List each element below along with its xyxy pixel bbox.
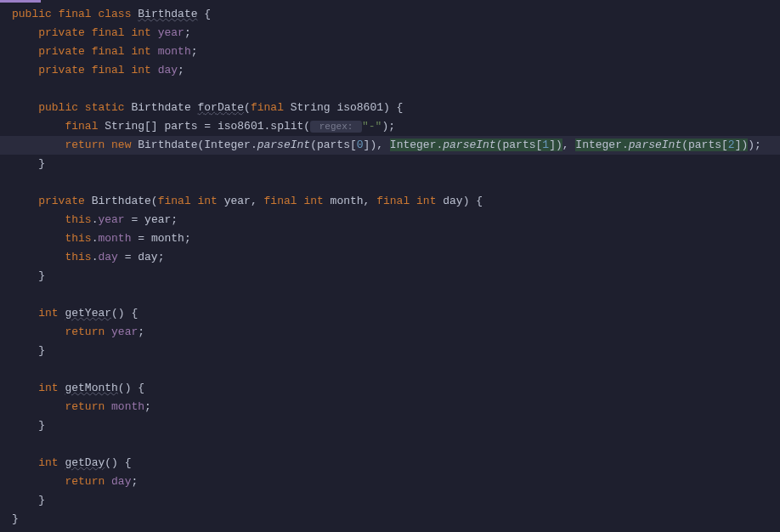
- var: parts: [688, 139, 721, 151]
- param: day: [138, 251, 157, 263]
- param-hint: regex:: [310, 121, 362, 133]
- code-line[interactable]: public final class Birthdate {: [12, 5, 780, 24]
- keyword: final: [92, 26, 125, 39]
- punct: (: [244, 101, 251, 114]
- code-line[interactable]: }: [12, 510, 780, 529]
- punct: );: [382, 120, 395, 133]
- punct: {: [198, 8, 212, 20]
- class-name: Birthdate: [138, 8, 197, 20]
- keyword: return: [65, 475, 105, 488]
- param: year: [224, 195, 251, 207]
- punct: =: [131, 232, 150, 245]
- code-line[interactable]: this.day = day;: [12, 248, 780, 267]
- code-line[interactable]: int getYear() {: [12, 304, 780, 323]
- code-line[interactable]: }: [12, 155, 780, 173]
- code-line[interactable]: this.month = month;: [12, 229, 780, 248]
- code-line[interactable]: return year;: [12, 323, 780, 342]
- code-line[interactable]: private Birthdate(final int year, final …: [12, 192, 780, 211]
- code-line[interactable]: }: [12, 267, 780, 286]
- punct: ;: [184, 26, 191, 39]
- keyword: private: [38, 195, 85, 207]
- param: day: [443, 195, 462, 207]
- keyword: new: [111, 139, 131, 151]
- punct: ;: [184, 232, 191, 245]
- punct: (: [151, 195, 158, 207]
- punct: () {: [111, 307, 138, 320]
- var: parts: [502, 139, 535, 151]
- method-name: getYear: [65, 307, 111, 320]
- static-method: parseInt: [257, 139, 310, 151]
- code-line[interactable]: }: [12, 491, 780, 510]
- method-name: getDay: [65, 456, 105, 469]
- field: year: [111, 325, 138, 338]
- code-editor[interactable]: public final class Birthdate { private f…: [0, 0, 780, 529]
- punct: ): [556, 139, 562, 151]
- punct: =: [125, 213, 144, 226]
- keyword: public: [38, 101, 78, 114]
- keyword: private: [38, 45, 85, 58]
- code-line[interactable]: [12, 80, 780, 99]
- keyword: final: [158, 195, 191, 207]
- code-line-highlighted[interactable]: return new Birthdate(Integer.parseInt(pa…: [12, 136, 780, 155]
- static-method: parseInt: [443, 139, 495, 151]
- type: String[]: [105, 120, 157, 133]
- code-line[interactable]: private final int day;: [12, 61, 780, 80]
- code-line[interactable]: int getDay() {: [12, 454, 780, 473]
- type: int: [131, 64, 150, 76]
- keyword: public: [12, 8, 52, 20]
- brace: }: [38, 419, 45, 432]
- punct: .: [251, 139, 257, 151]
- field: month: [111, 400, 144, 413]
- code-line[interactable]: }: [12, 342, 780, 360]
- punct: ,: [251, 195, 264, 207]
- variable: parts: [164, 120, 197, 133]
- type: int: [198, 195, 218, 207]
- code-line[interactable]: private final int year;: [12, 24, 780, 42]
- punct: );: [748, 139, 761, 151]
- number: 1: [542, 139, 549, 151]
- punct: () {: [118, 382, 144, 394]
- code-line[interactable]: final String[] parts = iso8601.split( re…: [12, 117, 780, 136]
- code-line[interactable]: [12, 286, 780, 304]
- number: 0: [357, 139, 364, 151]
- field: month: [158, 45, 191, 58]
- field: year: [158, 26, 184, 39]
- code-line[interactable]: }: [12, 416, 780, 435]
- field: month: [98, 232, 131, 245]
- code-line[interactable]: this.year = year;: [12, 211, 780, 229]
- punct: ,: [364, 195, 377, 207]
- this-keyword: this: [65, 251, 91, 263]
- punct: ;: [138, 325, 144, 338]
- code-line[interactable]: [12, 435, 780, 454]
- code-line[interactable]: [12, 173, 780, 192]
- brace: }: [38, 269, 45, 282]
- keyword: private: [38, 64, 85, 76]
- code-line[interactable]: return month;: [12, 398, 780, 416]
- code-line[interactable]: int getMonth() {: [12, 379, 780, 398]
- keyword: final: [92, 45, 125, 58]
- param: iso8601: [336, 101, 383, 114]
- code-line[interactable]: [12, 360, 780, 379]
- field: year: [98, 213, 124, 226]
- method-name: forDate: [198, 101, 245, 114]
- keyword: static: [85, 101, 125, 114]
- type: int: [131, 45, 150, 58]
- punct: ;: [191, 45, 198, 58]
- code-line[interactable]: public static Birthdate forDate(final St…: [12, 99, 780, 117]
- keyword: final: [92, 64, 125, 76]
- param: month: [151, 232, 184, 245]
- brace: }: [38, 157, 45, 170]
- type: int: [38, 307, 58, 320]
- code-line[interactable]: return day;: [12, 473, 780, 491]
- param: month: [331, 195, 364, 207]
- keyword: return: [65, 325, 105, 338]
- ctor: Birthdate: [138, 139, 197, 151]
- code-line[interactable]: private final int month;: [12, 42, 780, 61]
- class-ref: Integer: [204, 139, 251, 151]
- punct: ;: [158, 251, 165, 263]
- punct: ,: [376, 139, 390, 151]
- punct: ;: [131, 475, 138, 488]
- keyword: final: [59, 8, 92, 20]
- punct: [: [721, 139, 728, 151]
- field: day: [98, 251, 117, 263]
